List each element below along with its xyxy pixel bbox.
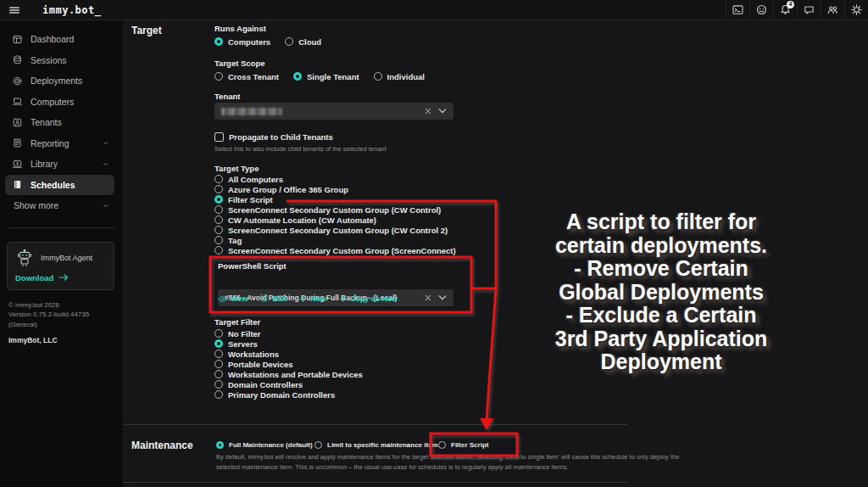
radio-single-tenant[interactable]: Single Tenant: [293, 71, 359, 81]
plus-icon: [339, 295, 347, 303]
radio-maintenance-filter-script[interactable]: Filter Script: [438, 439, 488, 450]
radio-label: Limit to specific maintenance item: [327, 441, 438, 449]
radio-no-filter[interactable]: No Filter: [214, 328, 363, 339]
radio-label: Servers: [228, 339, 258, 349]
users-icon: [826, 3, 839, 16]
chat-icon: [803, 3, 815, 16]
radio-azure-group[interactable]: Azure Group / Office 365 Group: [214, 184, 456, 194]
radio-cw-automate-location[interactable]: CW Automate Location (CW Automate): [214, 215, 456, 225]
computers-icon: [12, 96, 23, 107]
radio-primary-domain-controllers[interactable]: Primary Domain Controllers: [214, 389, 363, 400]
users-button[interactable]: [821, 0, 844, 20]
hamburger-menu-button[interactable]: [0, 0, 29, 20]
radio-icon: [214, 205, 223, 214]
sidebar-item-schedules[interactable]: Schedules: [5, 175, 114, 196]
radio-icon: [214, 390, 223, 399]
sidebar-footer: © immy.bot 2026 Version 0.75.2-build.447…: [8, 300, 114, 346]
eye-icon: [218, 295, 227, 303]
notifications-button[interactable]: 4: [773, 0, 797, 20]
checkbox-icon: [214, 132, 224, 142]
edit-script-link[interactable]: Edit: [260, 294, 287, 303]
propagate-label: Propagate to Child Tenants: [229, 132, 333, 142]
app-logo[interactable]: immy.bot_: [42, 4, 102, 16]
view-label: View: [231, 294, 248, 303]
agent-download-link[interactable]: Download: [15, 273, 106, 283]
sidebar-item-dashboard[interactable]: Dashboard: [5, 29, 114, 50]
radio-filter-script[interactable]: Filter Script: [214, 194, 456, 204]
radio-domain-controllers[interactable]: Domain Controllers: [214, 379, 363, 389]
notification-badge: 4: [787, 1, 794, 8]
radio-individual[interactable]: Individual: [374, 71, 425, 81]
view-script-link[interactable]: View: [218, 294, 248, 303]
radio-sc-screenconnect[interactable]: ScreenConnect Secondary Custom Group (Sc…: [214, 245, 456, 255]
copy-as-new-link[interactable]: Copy as New: [339, 294, 398, 303]
chevron-down-icon[interactable]: [438, 294, 447, 301]
tenant-label: Tenant: [214, 92, 240, 101]
app-window: immy.bot_ 4: [0, 0, 868, 487]
clear-icon[interactable]: [425, 294, 431, 301]
section-divider: [123, 424, 627, 425]
sidebar-divider: [8, 227, 114, 228]
script-window-icon: [732, 3, 744, 16]
chat-button[interactable]: [797, 0, 821, 20]
radio-sc-cw-control[interactable]: ScreenConnect Secondary Custom Group (CW…: [214, 204, 456, 215]
sidebar-item-label: Sessions: [31, 55, 67, 65]
radio-label: Filter Script: [228, 195, 273, 204]
radio-label: Tag: [228, 236, 242, 245]
radio-label: Workstations and Portable Devices: [228, 370, 363, 379]
sidebar-item-reporting[interactable]: Reporting: [5, 133, 114, 154]
radio-label: Full Maintenance (default): [229, 441, 313, 449]
radio-cloud[interactable]: Cloud: [285, 36, 321, 47]
tenants-icon: [12, 117, 23, 128]
radio-full-maintenance[interactable]: Full Maintenance (default): [216, 439, 313, 450]
sidebar-item-label: Schedules: [31, 180, 75, 190]
radio-cross-tenant[interactable]: Cross Tenant: [214, 71, 279, 81]
radio-computers[interactable]: Computers: [214, 36, 270, 47]
tenant-value-redacted: [221, 108, 282, 115]
sidebar-show-more[interactable]: Show more: [5, 195, 114, 216]
annotation-line: - Remove Certain: [504, 257, 818, 281]
radio-icon: [214, 175, 223, 183]
radio-label: Azure Group / Office 365 Group: [228, 185, 348, 194]
sidebar-item-library[interactable]: Library: [5, 154, 114, 175]
annotation-line: Deployment: [504, 350, 818, 374]
annotation-text: A script to filter for certain deploymen…: [504, 210, 818, 374]
sidebar-item-label: Reporting: [31, 138, 70, 148]
sidebar-item-deployments[interactable]: Deployments: [5, 70, 114, 92]
chevron-down-icon[interactable]: [438, 108, 447, 115]
radio-limit-maintenance-item[interactable]: Limit to specific maintenance item: [314, 439, 438, 450]
sidebar-item-computers[interactable]: Computers: [5, 92, 114, 113]
radio-label: ScreenConnect Secondary Custom Group (CW…: [228, 226, 448, 235]
hamburger-icon: [8, 4, 20, 16]
new-label: New: [310, 294, 326, 303]
tenant-select[interactable]: [214, 103, 453, 120]
smiley-icon: [755, 3, 768, 16]
sidebar-item-sessions[interactable]: Sessions: [5, 50, 114, 71]
sidebar-item-tenants[interactable]: Tenants: [5, 112, 114, 133]
radio-tag[interactable]: Tag: [214, 235, 456, 245]
radio-servers[interactable]: Servers: [214, 339, 363, 349]
radio-icon: [214, 329, 223, 338]
maintenance-help-text: By default, immy.bot will resolve and ap…: [216, 452, 679, 472]
sidebar-item-label: Dashboard: [31, 34, 74, 44]
clear-icon[interactable]: [425, 108, 431, 115]
radio-icon: [214, 226, 223, 234]
radio-selected-icon: [214, 339, 223, 348]
reporting-icon: [12, 137, 23, 148]
radio-icon: [214, 246, 223, 255]
radio-label: Cross Tenant: [228, 72, 279, 81]
radio-workstations-portable[interactable]: Workstations and Portable Devices: [214, 369, 363, 379]
robot-icon: [15, 249, 34, 267]
propagate-checkbox-row[interactable]: Propagate to Child Tenants: [214, 132, 333, 142]
settings-button[interactable]: [844, 0, 868, 20]
radio-sc-cw-control-2[interactable]: ScreenConnect Secondary Custom Group (CW…: [214, 225, 456, 235]
radio-workstations[interactable]: Workstations: [214, 349, 363, 359]
show-more-label: Show more: [14, 200, 58, 210]
feedback-button[interactable]: [749, 0, 773, 20]
radio-all-computers[interactable]: All Computers: [214, 174, 456, 184]
radio-portable-devices[interactable]: Portable Devices: [214, 359, 363, 369]
script-window-button[interactable]: [726, 0, 749, 20]
radio-label: CW Automate Location (CW Automate): [228, 216, 376, 225]
new-script-link[interactable]: New: [299, 294, 326, 303]
sidebar-item-label: Tenants: [31, 117, 62, 127]
